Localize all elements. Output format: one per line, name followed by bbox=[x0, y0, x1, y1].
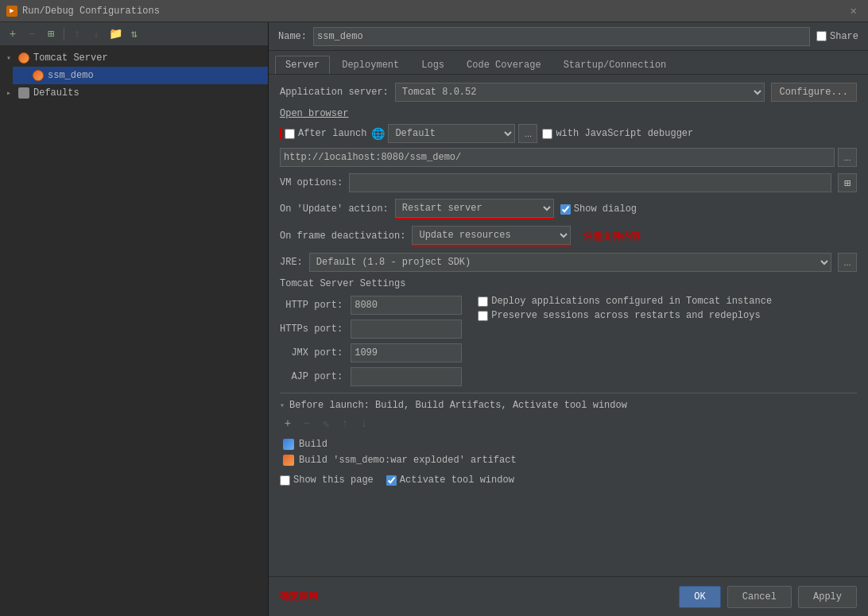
js-debugger-checkbox[interactable] bbox=[542, 129, 552, 139]
jmx-port-label: JMX port: bbox=[280, 347, 343, 358]
bl-remove-button[interactable]: − bbox=[299, 416, 315, 432]
remove-config-button[interactable]: − bbox=[24, 26, 40, 42]
move-up-button[interactable]: ↑ bbox=[69, 26, 85, 42]
vm-options-input[interactable] bbox=[349, 173, 831, 192]
app-server-select[interactable]: Tomcat 8.0.52 bbox=[395, 83, 765, 102]
tab-startup-connection[interactable]: Startup/Connection bbox=[553, 56, 677, 74]
name-label: Name: bbox=[278, 31, 307, 42]
server-settings-section: Tomcat Server Settings HTTP port: HTTPs … bbox=[280, 278, 857, 386]
activate-tool-checkbox[interactable] bbox=[386, 475, 397, 486]
http-port-input[interactable] bbox=[351, 296, 462, 315]
title-bar: ▶ Run/Debug Configurations ✕ bbox=[0, 0, 868, 22]
tree-item-defaults[interactable]: ▸ Defaults bbox=[0, 84, 268, 102]
tomcat-server-label: Tomcat Server bbox=[33, 52, 108, 64]
show-dialog-checkbox-label[interactable]: Show dialog bbox=[560, 203, 637, 215]
expand-arrow-defaults: ▸ bbox=[6, 88, 17, 98]
bl-up-button[interactable]: ↑ bbox=[337, 416, 353, 432]
https-port-input[interactable] bbox=[351, 320, 462, 339]
footer-annotation: 确定应用 bbox=[280, 590, 318, 603]
copy-config-button[interactable]: ⊞ bbox=[43, 26, 59, 42]
deploy-apps-checkbox[interactable] bbox=[478, 296, 488, 307]
close-button[interactable]: ✕ bbox=[846, 2, 862, 19]
show-page-text: Show this page bbox=[293, 475, 374, 486]
right-panel: Name: Share Server Deployment Logs Code … bbox=[269, 22, 868, 616]
activate-tool-label[interactable]: Activate tool window bbox=[386, 475, 514, 486]
js-debugger-checkbox-label[interactable]: with JavaScript debugger bbox=[542, 128, 693, 139]
tabs-bar: Server Deployment Logs Code Coverage Sta… bbox=[269, 51, 868, 75]
jre-dots-button[interactable]: ... bbox=[838, 253, 857, 272]
bl-down-button[interactable]: ↓ bbox=[356, 416, 372, 432]
share-checkbox[interactable] bbox=[816, 31, 827, 41]
browser-dots-button[interactable]: ... bbox=[518, 124, 537, 143]
group-button[interactable]: 📁 bbox=[107, 26, 123, 42]
configure-button[interactable]: Configure... bbox=[771, 83, 857, 102]
after-launch-checkbox[interactable] bbox=[285, 129, 295, 139]
app-server-row: Application server: Tomcat 8.0.52 Config… bbox=[280, 83, 857, 102]
preserve-sessions-checkbox[interactable] bbox=[478, 311, 488, 321]
after-launch-group: After launch bbox=[280, 128, 366, 139]
show-dialog-checkbox[interactable] bbox=[560, 204, 571, 215]
ajp-port-input[interactable] bbox=[351, 367, 462, 386]
server-settings-title: Tomcat Server Settings bbox=[280, 278, 857, 289]
bl-edit-button[interactable]: ✎ bbox=[318, 416, 334, 432]
http-port-label: HTTP port: bbox=[280, 300, 343, 311]
frame-deactivation-select-group: Update resources bbox=[412, 226, 571, 246]
before-launch-arrow[interactable]: ▾ bbox=[280, 401, 285, 410]
tree-item-ssm-demo[interactable]: ssm_demo bbox=[13, 67, 268, 84]
name-input[interactable] bbox=[313, 27, 810, 46]
preserve-sessions-label[interactable]: Preserve sessions across restarts and re… bbox=[478, 310, 772, 321]
update-action-select[interactable]: Restart server bbox=[395, 199, 554, 218]
show-dialog-text: Show dialog bbox=[574, 203, 637, 215]
jmx-port-input[interactable] bbox=[351, 343, 462, 362]
deploy-apps-label[interactable]: Deploy applications configured in Tomcat… bbox=[478, 296, 772, 307]
open-browser-section: Open browser After launch 🌐 Default bbox=[280, 108, 857, 167]
preserve-sessions-text: Preserve sessions across restarts and re… bbox=[491, 310, 760, 321]
bl-add-button[interactable]: + bbox=[280, 416, 296, 432]
share-button[interactable]: Share bbox=[816, 31, 858, 42]
before-launch-items: Build Build 'ssm_demo:war exploded' arti… bbox=[280, 436, 857, 468]
main-content: Application server: Tomcat 8.0.52 Config… bbox=[269, 75, 868, 576]
apply-button[interactable]: Apply bbox=[798, 586, 857, 608]
jre-select[interactable]: Default (1.8 - project SDK) bbox=[309, 253, 831, 272]
tomcat-server-icon bbox=[17, 52, 30, 64]
https-port-label: HTTPs port: bbox=[280, 323, 343, 335]
vm-options-label: VM options: bbox=[280, 177, 343, 188]
jre-row: JRE: Default (1.8 - project SDK) ... bbox=[280, 253, 857, 272]
window-title: Run/Debug Configurations bbox=[22, 6, 846, 17]
app-icon: ▶ bbox=[6, 6, 17, 17]
after-launch-text: After launch bbox=[298, 128, 366, 139]
browser-select[interactable]: Default bbox=[388, 124, 515, 143]
show-page-checkbox[interactable] bbox=[280, 475, 290, 486]
chrome-icon: 🌐 bbox=[371, 127, 385, 141]
tab-logs[interactable]: Logs bbox=[411, 56, 455, 74]
defaults-label: Defaults bbox=[33, 87, 79, 99]
ssm-demo-label: ssm_demo bbox=[48, 70, 94, 81]
show-page-label[interactable]: Show this page bbox=[280, 475, 374, 486]
tab-server[interactable]: Server bbox=[275, 56, 330, 74]
sort-button[interactable]: ⇅ bbox=[126, 26, 142, 42]
vm-expand-button[interactable]: ⊞ bbox=[838, 173, 857, 192]
bl-item-build: Build bbox=[283, 436, 857, 452]
vm-options-row: VM options: ⊞ bbox=[280, 173, 857, 192]
tree-item-tomcat-server[interactable]: ▾ Tomcat Server bbox=[0, 49, 268, 67]
tab-deployment[interactable]: Deployment bbox=[331, 56, 409, 74]
before-launch-section: ▾ Before launch: Build, Build Artifacts,… bbox=[280, 393, 857, 468]
after-launch-checkbox-label[interactable]: After launch bbox=[285, 128, 366, 139]
frame-deactivation-select[interactable]: Update resources bbox=[412, 226, 571, 245]
browser-row: After launch 🌐 Default ... with JavaScri… bbox=[280, 124, 857, 143]
bl-artifact-label: Build 'ssm_demo:war exploded' artifact bbox=[299, 455, 517, 466]
left-toolbar: + − ⊞ ↑ ↓ 📁 ⇅ bbox=[0, 22, 268, 46]
open-browser-title: Open browser bbox=[280, 108, 857, 119]
update-action-select-group: Restart server bbox=[395, 199, 554, 219]
tab-code-coverage[interactable]: Code Coverage bbox=[456, 56, 552, 74]
cancel-button[interactable]: Cancel bbox=[727, 586, 792, 608]
move-down-button[interactable]: ↓ bbox=[88, 26, 104, 42]
config-tree: ▾ Tomcat Server ssm_demo ▸ Defaults bbox=[0, 46, 268, 616]
artifact-icon bbox=[283, 455, 294, 466]
url-input[interactable] bbox=[280, 148, 835, 167]
url-dots-button[interactable]: ... bbox=[838, 148, 857, 167]
update-action-label: On 'Update' action: bbox=[280, 203, 389, 215]
ok-button[interactable]: OK bbox=[679, 586, 720, 608]
add-config-button[interactable]: + bbox=[5, 26, 21, 42]
frame-annotation: 注意文件内容 bbox=[583, 230, 641, 243]
